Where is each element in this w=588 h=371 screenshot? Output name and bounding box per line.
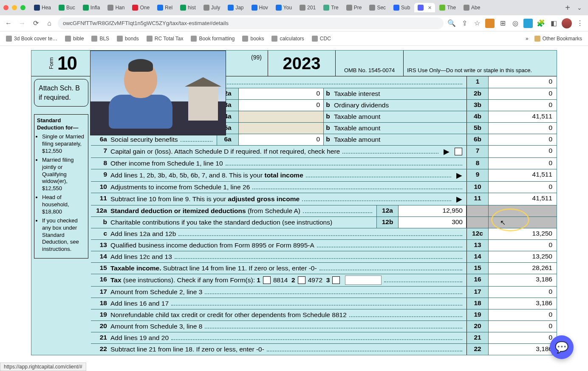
standard-deduction-box: Standard Deduction for— Single or Marrie… xyxy=(34,114,88,259)
status-bar: https://app.rightcapital.com/client/# xyxy=(0,363,86,364)
line-7-value: 0 xyxy=(489,146,557,157)
bookmark-star-icon[interactable]: ☆ xyxy=(472,19,482,28)
browser-tab[interactable]: One xyxy=(129,3,153,12)
line-21-value: 0 xyxy=(489,332,557,343)
menu-icon[interactable]: ⋮ xyxy=(575,19,585,28)
line-13: 13 Qualified business income deduction f… xyxy=(91,239,557,251)
forward-button[interactable]: → xyxy=(17,18,27,28)
back-button[interactable]: ← xyxy=(3,18,14,28)
line-12b: b Charitable contributions if you take t… xyxy=(91,216,557,228)
bookmark-item[interactable]: BLS xyxy=(89,35,112,42)
std-deduction-item: Married filing jointly or Qualifying wid… xyxy=(42,157,85,192)
browser-tab[interactable]: hist xyxy=(177,3,199,12)
browser-tab[interactable]: Abe xyxy=(460,3,483,12)
browser-tab[interactable]: Rel xyxy=(154,3,176,12)
line-6a-value: 0 xyxy=(239,134,324,145)
line-3b-value: 0 xyxy=(489,100,557,111)
chat-fab[interactable]: 💬 xyxy=(550,335,574,359)
line-22-value: 3,186 xyxy=(489,344,557,355)
line-19: 19 Nonrefundable child tax credit or cre… xyxy=(91,309,557,320)
line-4b-value: 41,511 xyxy=(489,111,557,122)
tabs-overflow-icon[interactable]: ⌄ xyxy=(574,4,585,11)
browser-tab[interactable]: Hea xyxy=(31,3,54,12)
line-13-value: 0 xyxy=(489,240,557,251)
extensions-puzzle-icon[interactable]: 🧩 xyxy=(536,19,546,28)
browser-tab[interactable]: Jap xyxy=(224,3,247,12)
extension-icon-4[interactable] xyxy=(523,19,533,28)
line-12a-value: 12,950 xyxy=(399,205,466,216)
line-16-value: 3,186 xyxy=(489,274,557,286)
browser-tab[interactable]: Hov xyxy=(248,3,271,12)
bookmark-item[interactable]: CDC xyxy=(309,35,334,42)
bookmark-item[interactable]: RC Total Tax xyxy=(144,35,186,42)
browser-tab[interactable]: Pre xyxy=(343,3,365,12)
maximize-icon[interactable] xyxy=(20,5,25,10)
home-button[interactable]: ⌂ xyxy=(44,18,54,28)
std-deduction-item: If you checked any box under Standard De… xyxy=(42,217,85,253)
irs-use-only: IRS Use Only—Do not write or staple in t… xyxy=(404,51,557,76)
browser-tab[interactable]: Sec xyxy=(366,3,389,12)
bookmark-item[interactable]: books xyxy=(240,35,266,42)
extension-icon-3[interactable]: ◎ xyxy=(511,19,520,28)
bookmark-item[interactable]: bonds xyxy=(114,35,141,42)
line-17: 17 Amount from Schedule 2, line 3 17 0 xyxy=(91,286,557,298)
line-14-value: 13,250 xyxy=(489,251,557,262)
std-deduction-item: Head of household, $18,800 xyxy=(42,194,85,215)
line-7-checkbox[interactable] xyxy=(455,148,462,155)
form-number: 10 xyxy=(57,53,76,74)
extension-icon[interactable] xyxy=(485,19,495,28)
line-15: 15 Taxable income. Subtract line 14 from… xyxy=(91,262,557,274)
form-label: Form xyxy=(48,57,54,69)
line-12c: c Add lines 12a and 12b 12c 13,250 xyxy=(91,228,557,239)
browser-tab[interactable]: Infla xyxy=(79,3,104,12)
bookmark-item[interactable]: bible xyxy=(62,35,86,42)
bookmark-item[interactable]: 3d Book cover te… xyxy=(3,35,60,42)
line-16-other-input[interactable] xyxy=(345,275,382,285)
sidepanel-icon[interactable]: ◧ xyxy=(549,19,558,28)
line-8: 8 Other income from Schedule 1, line 10 … xyxy=(91,157,557,169)
std-deduction-item: Single or Married filing separately, $12… xyxy=(42,133,85,155)
browser-tab[interactable]: You xyxy=(272,3,295,12)
bookmark-item[interactable]: Book formatting xyxy=(188,35,237,42)
browser-tab[interactable]: Sub xyxy=(390,3,413,12)
share-icon[interactable]: ⇪ xyxy=(460,19,469,28)
line-5a-value xyxy=(239,123,324,134)
reload-button[interactable]: ⟳ xyxy=(31,18,41,28)
browser-tab[interactable]: Han xyxy=(104,3,128,12)
browser-tab[interactable]: ✕ xyxy=(414,3,435,12)
video-overlay[interactable] xyxy=(90,51,226,135)
bookmarks-overflow[interactable]: » xyxy=(526,36,529,42)
extension-icon-2[interactable]: ⊞ xyxy=(498,19,507,28)
line-16: 16 Tax (see instructions). Check if any … xyxy=(91,274,557,286)
line-9: 9 Add lines 1, 2b, 3b, 4b, 5b, 6b, 7, an… xyxy=(91,169,557,181)
profile-avatar[interactable] xyxy=(562,18,572,28)
zoom-icon[interactable]: 🔍 xyxy=(447,19,456,28)
close-icon[interactable] xyxy=(3,5,8,10)
other-bookmarks[interactable]: Other Bookmarks xyxy=(532,35,585,42)
browser-tab[interactable]: Buc xyxy=(55,3,79,12)
new-tab-button[interactable]: + xyxy=(562,3,574,13)
line-17-value: 0 xyxy=(489,287,557,298)
browser-tab[interactable]: 201 xyxy=(296,3,319,12)
browser-tab[interactable]: Tre xyxy=(320,3,342,12)
line-9-value: 41,511 xyxy=(489,169,557,181)
line-16-check-2[interactable] xyxy=(298,276,305,284)
url-bar[interactable]: owcGFNfTTw/R8GfZvMFTIqt1n5gWC5ZYg/tax/ta… xyxy=(58,17,444,29)
page-viewport: Form 10 Revenue Service(99) me Tax Retur… xyxy=(0,46,588,364)
line-14: 14 Add lines 12c and 13 14 13,250 xyxy=(91,251,557,262)
url-text: owcGFNfTTw/R8GfZvMFTIqt1n5gWC5ZYg/tax/ta… xyxy=(63,20,229,26)
tax-year: 2023 xyxy=(268,51,336,76)
browser-tab[interactable]: July xyxy=(200,3,223,12)
form-1040: Form 10 Revenue Service(99) me Tax Retur… xyxy=(31,50,557,355)
line-18: 18 Add lines 16 and 17 18 3,186 xyxy=(91,298,557,309)
line-22: 22 Subtract line 21 from line 18. If zer… xyxy=(91,343,557,355)
line-19-value: 0 xyxy=(489,309,557,320)
minimize-icon[interactable] xyxy=(12,5,17,10)
line-12b-value: 300 xyxy=(399,217,466,228)
browser-tab[interactable]: The xyxy=(436,3,459,12)
line-16-check-1[interactable] xyxy=(263,276,271,284)
bookmark-item[interactable]: calculators xyxy=(269,35,306,42)
line-16-check-3[interactable] xyxy=(332,276,340,284)
line-10-value: 0 xyxy=(489,182,557,193)
line-2a-value: 0 xyxy=(239,88,324,99)
